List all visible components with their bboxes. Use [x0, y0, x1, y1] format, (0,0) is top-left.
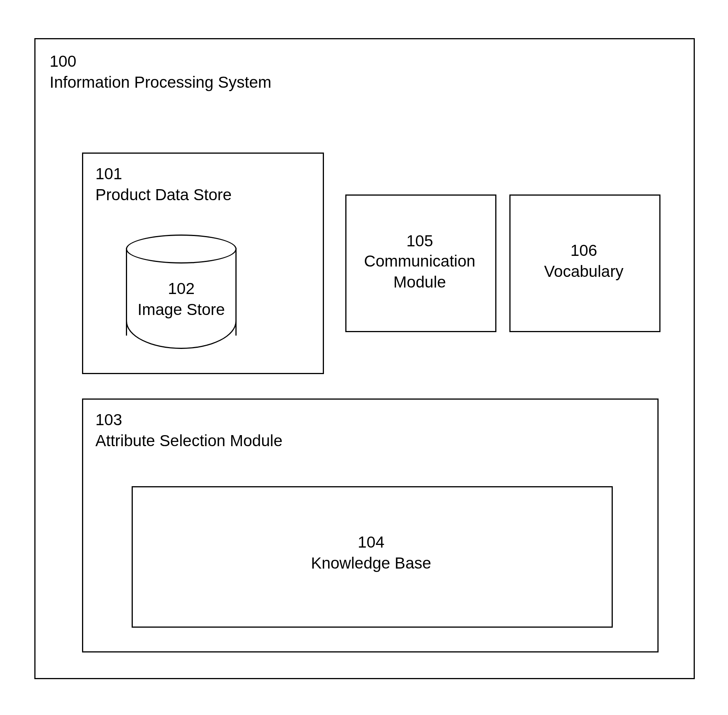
store-name: Product Data Store: [95, 185, 232, 205]
image-store-id: 102: [126, 278, 237, 299]
vocab-id: 106: [509, 240, 658, 261]
comm-name: Communication Module: [345, 251, 494, 292]
system-id: 100: [50, 51, 76, 72]
comm-id: 105: [345, 231, 494, 252]
diagram-canvas: 100 Information Processing System 101 Pr…: [0, 0, 728, 715]
store-id: 101: [95, 164, 122, 184]
attr-name: Attribute Selection Module: [95, 431, 282, 451]
kb-id: 104: [132, 532, 610, 553]
image-store-name: Image Store: [126, 299, 237, 320]
vocab-name: Vocabulary: [509, 261, 658, 282]
attr-id: 103: [95, 410, 122, 430]
kb-name: Knowledge Base: [132, 553, 610, 574]
system-name: Information Processing System: [50, 72, 271, 93]
